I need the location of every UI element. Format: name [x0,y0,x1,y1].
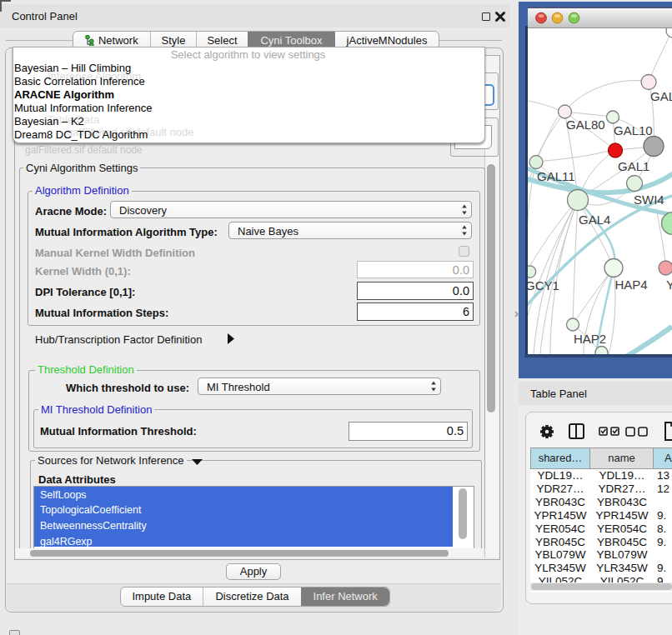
svg-text:GAL11: GAL11 [537,169,575,183]
svg-text:SWI4: SWI4 [634,192,664,207]
svg-text:GAL80: GAL80 [566,118,605,132]
svg-text:GAL4: GAL4 [579,212,610,227]
svg-text:HAP4: HAP4 [615,278,648,292]
svg-text:GAL10: GAL10 [614,123,653,138]
svg-text:GAL1: GAL1 [618,159,649,173]
svg-text:HAP2: HAP2 [574,332,606,346]
svg-text:YJ: YJ [666,278,672,292]
svg-text:GAL7: GAL7 [650,89,672,103]
svg-text:GCY1: GCY1 [528,278,559,292]
